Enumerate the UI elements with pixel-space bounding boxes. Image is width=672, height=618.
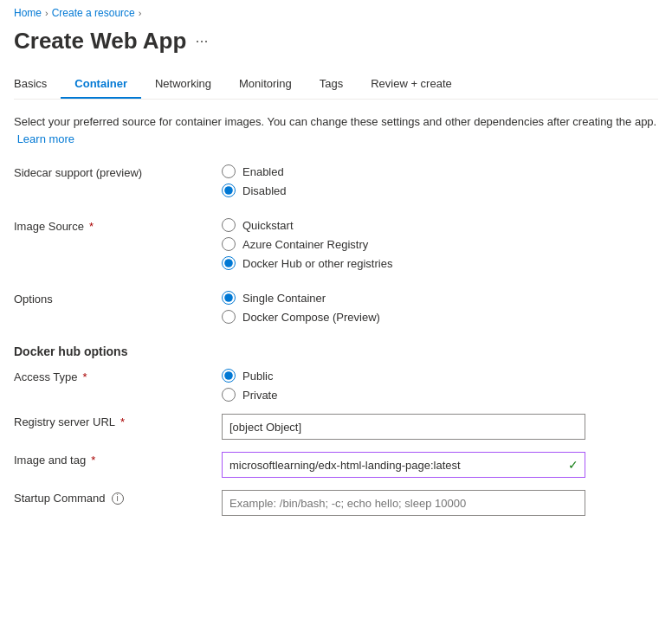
registry-url-input[interactable]: [222, 414, 585, 440]
image-tag-check-icon: ✓: [568, 458, 578, 472]
startup-command-info-icon[interactable]: i: [112, 492, 124, 505]
image-tag-row: Image and tag * ✓: [14, 452, 658, 478]
tab-tags[interactable]: Tags: [306, 70, 357, 99]
sidecar-support-row: Sidecar support (preview) Enabled Disabl…: [14, 164, 658, 197]
startup-command-input[interactable]: [222, 490, 585, 516]
acr-label: Azure Container Registry: [242, 238, 368, 251]
docker-compose-label: Docker Compose (Preview): [242, 311, 380, 324]
registry-url-label: Registry server URL *: [14, 414, 222, 428]
image-source-options: Quickstart Azure Container Registry Dock…: [222, 218, 392, 270]
sidecar-disabled-option[interactable]: Disabled: [222, 183, 287, 197]
learn-more-link[interactable]: Learn more: [17, 132, 74, 145]
startup-command-row: Startup Command i: [14, 490, 658, 516]
page-description: Select your preferred source for contain…: [14, 113, 658, 147]
private-radio[interactable]: [222, 388, 236, 402]
quickstart-label: Quickstart: [242, 219, 294, 232]
image-tag-wrapper: ✓: [222, 452, 585, 478]
docker-hub-section: Docker hub options Access Type * Public …: [14, 344, 658, 516]
private-label: Private: [242, 389, 277, 402]
private-option[interactable]: Private: [222, 388, 277, 402]
image-source-label: Image Source *: [14, 218, 222, 233]
page-title-container: Create Web App ···: [14, 24, 658, 70]
breadcrumb-home[interactable]: Home: [14, 7, 42, 19]
single-container-option[interactable]: Single Container: [222, 291, 380, 305]
sidecar-support-options: Enabled Disabled: [222, 164, 287, 197]
dockerhub-option[interactable]: Docker Hub or other registries: [222, 256, 392, 270]
registry-url-wrapper: [222, 414, 585, 440]
access-type-row: Access Type * Public Private: [14, 369, 658, 402]
public-option[interactable]: Public: [222, 369, 277, 383]
options-section: Options Single Container Docker Compose …: [14, 291, 658, 324]
docker-compose-option[interactable]: Docker Compose (Preview): [222, 310, 380, 324]
dockerhub-radio[interactable]: [222, 256, 236, 270]
sidecar-disabled-label: Disabled: [242, 184, 287, 197]
acr-radio[interactable]: [222, 237, 236, 251]
sidecar-support-label: Sidecar support (preview): [14, 164, 222, 179]
access-type-label: Access Type *: [14, 369, 222, 383]
startup-command-label: Startup Command i: [14, 490, 222, 505]
options-row: Options Single Container Docker Compose …: [14, 291, 658, 324]
options-label: Options: [14, 291, 222, 306]
tab-container[interactable]: Container: [61, 70, 141, 99]
image-tag-input[interactable]: [222, 452, 585, 478]
startup-command-wrapper: [222, 490, 585, 516]
image-source-row: Image Source * Quickstart Azure Containe…: [14, 218, 658, 270]
description-text: Select your preferred source for contain…: [14, 115, 656, 128]
docker-compose-radio[interactable]: [222, 310, 236, 324]
quickstart-option[interactable]: Quickstart: [222, 218, 392, 232]
breadcrumb-separator-1: ›: [45, 8, 48, 18]
sidecar-enabled-radio[interactable]: [222, 164, 236, 178]
sidecar-enabled-label: Enabled: [242, 165, 284, 178]
tab-review-create[interactable]: Review + create: [357, 70, 466, 99]
sidecar-support-section: Sidecar support (preview) Enabled Disabl…: [14, 164, 658, 197]
tabs-container: Basics Container Networking Monitoring T…: [14, 70, 658, 100]
registry-url-row: Registry server URL *: [14, 414, 658, 440]
dockerhub-label: Docker Hub or other registries: [242, 257, 392, 270]
breadcrumb: Home › Create a resource ›: [14, 0, 658, 24]
docker-hub-heading: Docker hub options: [14, 344, 658, 358]
quickstart-radio[interactable]: [222, 218, 236, 232]
more-options-icon[interactable]: ···: [195, 32, 208, 50]
tab-basics[interactable]: Basics: [14, 70, 61, 99]
tab-networking[interactable]: Networking: [141, 70, 225, 99]
public-label: Public: [242, 370, 273, 383]
public-radio[interactable]: [222, 369, 236, 383]
single-container-radio[interactable]: [222, 291, 236, 305]
breadcrumb-separator-2: ›: [139, 8, 142, 18]
acr-option[interactable]: Azure Container Registry: [222, 237, 392, 251]
access-type-options: Public Private: [222, 369, 277, 402]
options-radio-group: Single Container Docker Compose (Preview…: [222, 291, 380, 324]
page-title: Create Web App: [14, 28, 186, 55]
single-container-label: Single Container: [242, 292, 326, 305]
sidecar-disabled-radio[interactable]: [222, 183, 236, 197]
image-tag-label: Image and tag *: [14, 452, 222, 467]
breadcrumb-create-resource[interactable]: Create a resource: [52, 7, 135, 19]
image-source-section: Image Source * Quickstart Azure Containe…: [14, 218, 658, 270]
tab-monitoring[interactable]: Monitoring: [225, 70, 306, 99]
sidecar-enabled-option[interactable]: Enabled: [222, 164, 287, 178]
